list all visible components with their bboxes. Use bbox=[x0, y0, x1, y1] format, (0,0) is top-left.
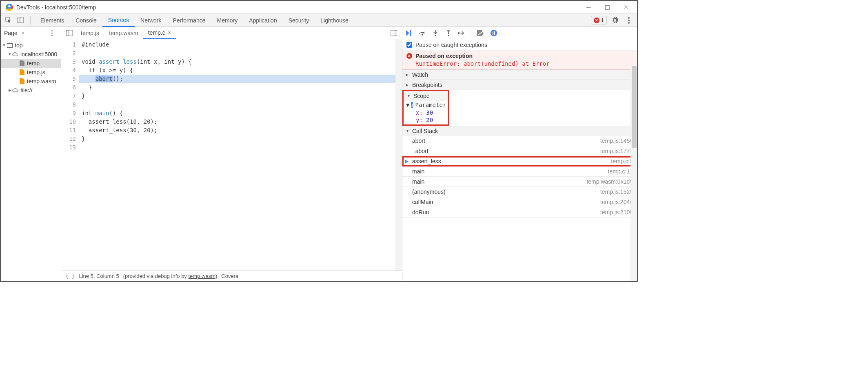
stack-frame[interactable]: ▶assert_lesstemp.c:5 bbox=[402, 156, 637, 166]
code-line-13[interactable] bbox=[79, 143, 402, 152]
stack-location[interactable]: temp.c:11 bbox=[608, 168, 633, 175]
close-button[interactable] bbox=[617, 1, 635, 13]
tree-file-tempjs[interactable]: temp.js bbox=[1, 68, 61, 77]
pretty-print-icon[interactable]: { } bbox=[65, 273, 75, 279]
resume-icon[interactable] bbox=[406, 29, 413, 37]
error-icon bbox=[594, 18, 599, 23]
stack-frame[interactable]: (anonymous)temp.js:1525 bbox=[402, 187, 637, 197]
toggle-debugger-icon[interactable] bbox=[389, 28, 399, 38]
devtools-tabs: ElementsConsoleSourcesNetworkPerformance… bbox=[35, 14, 354, 27]
editor-tab-temp-c[interactable]: temp.c× bbox=[143, 27, 176, 39]
inspect-element-icon[interactable] bbox=[4, 16, 14, 25]
code-line-11[interactable]: assert_less(30, 20); bbox=[79, 126, 402, 135]
step-out-icon[interactable] bbox=[445, 29, 452, 37]
pause-on-caught-checkbox[interactable] bbox=[406, 42, 412, 48]
scope-var-x[interactable]: x: 30 bbox=[404, 109, 448, 116]
scope-header[interactable]: ▼Scope bbox=[404, 91, 448, 101]
svg-point-24 bbox=[458, 32, 460, 34]
tab-sources[interactable]: Sources bbox=[102, 14, 135, 27]
error-count-badge[interactable]: 1 bbox=[591, 16, 607, 24]
stack-frame[interactable]: callMaintemp.js:2046 bbox=[402, 197, 637, 207]
callstack-header[interactable]: ▼Call Stack bbox=[402, 126, 637, 136]
code-line-4[interactable]: if (x >= y) { bbox=[79, 66, 402, 75]
navigator-menu-icon[interactable] bbox=[47, 28, 57, 38]
stack-location[interactable]: temp.c:5 bbox=[611, 158, 633, 164]
stack-location[interactable]: temp.js:1456 bbox=[600, 138, 633, 144]
code-line-7[interactable]: } bbox=[79, 92, 402, 100]
tree-file-scheme[interactable]: file:// bbox=[1, 86, 61, 95]
tab-lighthouse[interactable]: Lighthouse bbox=[315, 14, 354, 27]
stack-location[interactable]: temp.wasm:0x1d9 bbox=[586, 178, 633, 185]
breakpoints-header[interactable]: ▶Breakpoints bbox=[402, 80, 637, 90]
settings-icon[interactable] bbox=[610, 16, 620, 25]
stack-frame[interactable]: aborttemp.js:1456 bbox=[402, 136, 637, 146]
stack-frame[interactable]: maintemp.c:11 bbox=[402, 166, 637, 177]
maximize-button[interactable] bbox=[598, 1, 617, 13]
editor-tab-temp-js[interactable]: temp.js bbox=[76, 27, 104, 39]
stack-location[interactable]: temp.js:2106 bbox=[600, 209, 633, 215]
tab-network[interactable]: Network bbox=[135, 14, 167, 27]
callstack-section: ▼Call Stack aborttemp.js:1456_aborttemp.… bbox=[402, 126, 637, 281]
code-line-10[interactable]: assert_less(10, 20); bbox=[79, 118, 402, 126]
deactivate-breakpoints-icon[interactable] bbox=[477, 29, 484, 37]
device-toolbar-icon[interactable] bbox=[16, 16, 25, 25]
error-count: 1 bbox=[601, 17, 604, 23]
navigator-more-icon[interactable]: » bbox=[22, 30, 24, 36]
code-line-2[interactable] bbox=[79, 49, 402, 58]
code-line-3[interactable]: void assert_less(int x, int y) { bbox=[79, 58, 402, 66]
stack-location[interactable]: temp.js:1525 bbox=[600, 189, 633, 195]
tree-top-frame[interactable]: top bbox=[1, 41, 61, 50]
pause-on-caught-label: Pause on caught exceptions bbox=[415, 42, 487, 48]
tree-file-tempwasm[interactable]: temp.wasm bbox=[1, 77, 61, 86]
scope-var-y[interactable]: y: 20 bbox=[404, 116, 448, 124]
code-line-6[interactable]: } bbox=[79, 83, 402, 92]
step-over-icon[interactable] bbox=[419, 29, 426, 37]
devtools-toolbar: ElementsConsoleSourcesNetworkPerformance… bbox=[1, 14, 637, 27]
svg-point-20 bbox=[435, 35, 436, 36]
stack-fn: (anonymous) bbox=[412, 189, 446, 195]
svg-point-8 bbox=[628, 20, 630, 21]
tab-application[interactable]: Application bbox=[243, 14, 283, 27]
debugger-scrollbar[interactable] bbox=[630, 65, 637, 281]
svg-point-7 bbox=[628, 17, 630, 19]
code-line-1[interactable]: #include bbox=[79, 40, 402, 49]
scope-highlight-box: ▼Scope ▼ i Parameter x: 30y: 20 bbox=[402, 90, 449, 126]
kebab-menu-icon[interactable] bbox=[624, 16, 634, 25]
stack-frame[interactable]: _aborttemp.js:1771 bbox=[402, 146, 637, 156]
tree-file-temp[interactable]: temp bbox=[1, 59, 61, 68]
svg-rect-16 bbox=[395, 30, 397, 36]
toggle-navigator-icon[interactable] bbox=[64, 28, 74, 38]
frame-icon bbox=[7, 43, 13, 48]
step-into-icon[interactable] bbox=[432, 29, 439, 37]
line-gutter: 12345678910111213 bbox=[61, 39, 79, 271]
code-area[interactable]: 12345678910111213 #include void assert_l… bbox=[61, 39, 402, 271]
pause-on-exceptions-icon[interactable] bbox=[490, 29, 497, 37]
tab-security[interactable]: Security bbox=[283, 14, 315, 27]
sources-panel: Page » top localhost:5000 bbox=[1, 27, 637, 281]
code-line-5[interactable]: abort(); bbox=[79, 75, 402, 83]
scope-parameter-group[interactable]: ▼ i Parameter bbox=[404, 101, 448, 109]
editor-tab-temp-wasm[interactable]: temp.wasm bbox=[104, 27, 143, 39]
minimize-button[interactable] bbox=[579, 1, 598, 13]
window-title: DevTools - localhost:5000/temp bbox=[16, 4, 579, 11]
tab-performance[interactable]: Performance bbox=[167, 14, 211, 27]
step-icon[interactable] bbox=[458, 29, 465, 37]
editor-scrollbar[interactable] bbox=[395, 39, 402, 271]
stack-frame[interactable]: doRuntemp.js:2106 bbox=[402, 207, 637, 218]
tab-elements[interactable]: Elements bbox=[35, 14, 70, 27]
close-tab-icon[interactable]: × bbox=[168, 29, 171, 36]
stack-location[interactable]: temp.js:1771 bbox=[600, 148, 633, 154]
stack-frame[interactable]: maintemp.wasm:0x1d9 bbox=[402, 177, 637, 187]
code-line-12[interactable]: } bbox=[79, 135, 402, 143]
tab-memory[interactable]: Memory bbox=[211, 14, 244, 27]
file-tree: top localhost:5000 temp temp.js t bbox=[1, 39, 61, 96]
watch-header[interactable]: ▶Watch bbox=[402, 70, 637, 80]
tab-console[interactable]: Console bbox=[70, 14, 102, 27]
stack-location[interactable]: temp.js:2046 bbox=[600, 199, 633, 205]
code-line-9[interactable]: int main() { bbox=[79, 109, 402, 118]
debug-info-link[interactable]: temp.wasm bbox=[189, 273, 215, 279]
code-line-8[interactable] bbox=[79, 100, 402, 109]
navigator-pane-label[interactable]: Page bbox=[4, 30, 18, 36]
code-content[interactable]: #include void assert_less(int x, int y) … bbox=[79, 39, 402, 271]
tree-origin[interactable]: localhost:5000 bbox=[1, 50, 61, 59]
